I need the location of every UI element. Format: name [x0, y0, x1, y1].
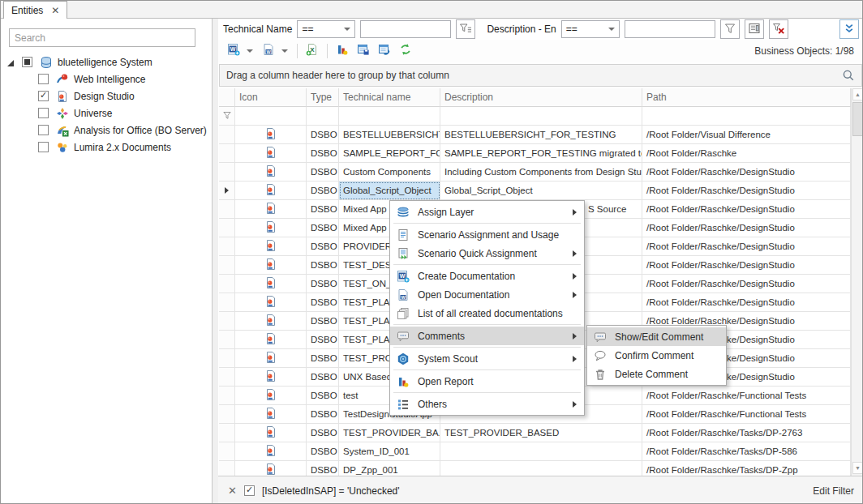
expander-icon[interactable]: [7, 58, 15, 66]
table-row[interactable]: DSBOSystem_ID_001/Root Folder/Raschke/Ta…: [219, 442, 851, 461]
cell-technical-name[interactable]: Global_Script_Object: [339, 182, 440, 200]
vertical-scrollbar[interactable]: ▲ ▼: [851, 88, 863, 476]
cell-icon: [235, 219, 307, 237]
filter-active-checkbox[interactable]: [244, 485, 255, 496]
menu-item-open-report[interactable]: Open Report: [390, 372, 584, 391]
description-filter-input[interactable]: [625, 20, 715, 38]
chevron-down-icon: [247, 49, 253, 53]
menu-item-others[interactable]: Others: [390, 395, 584, 413]
submenu-arrow-icon: [573, 356, 577, 362]
menu-item-delete-comment[interactable]: Delete Comment: [587, 365, 726, 383]
cell-technical-name[interactable]: Custom Components: [339, 163, 440, 182]
tree-item-lumira-2-x-documents[interactable]: Lumira 2.x Documents: [1, 139, 212, 156]
tree-checkbox[interactable]: [38, 142, 49, 152]
clear-filter-button[interactable]: [769, 19, 788, 39]
technical-name-filter-input[interactable]: [360, 20, 451, 38]
filter-cell[interactable]: [307, 107, 339, 126]
table-row[interactable]: DSBOSAMPLE_REPORT_FO...SAMPLE_REPORT_FOR…: [219, 144, 851, 163]
doc-red-icon: [264, 425, 277, 440]
table-row[interactable]: DSBOCustom ComponentsIncluding Custom Co…: [219, 163, 851, 182]
scroll-up-button[interactable]: ▲: [852, 88, 863, 100]
menu-separator: [393, 324, 581, 325]
cell-technical-name[interactable]: BESTELLUEBERSICHT...: [339, 126, 440, 144]
tree-checkbox[interactable]: [38, 125, 49, 135]
column-header-type[interactable]: Type: [307, 88, 339, 107]
technical-name-filter-button[interactable]: [456, 19, 475, 39]
tree-item-universe[interactable]: Universe: [1, 105, 212, 122]
excel-export-button[interactable]: X: [302, 41, 323, 61]
menu-item-system-scout[interactable]: System Scout: [390, 349, 584, 368]
filter-cell[interactable]: [440, 107, 642, 126]
menu-item-comments[interactable]: Comments: [390, 327, 584, 345]
tree-checkbox[interactable]: [38, 74, 49, 84]
menu-item-open-documentation[interactable]: WOpen Documentation: [390, 285, 584, 304]
tree-checkbox[interactable]: [22, 57, 32, 67]
scroll-down-button[interactable]: ▼: [852, 462, 863, 474]
comment-confirm-icon: [593, 349, 608, 362]
menu-item-create-documentation[interactable]: WCreate Documentation: [390, 267, 584, 285]
filter-cell[interactable]: [642, 107, 851, 126]
column-header-path[interactable]: Path: [642, 88, 851, 107]
doc-red-icon: [264, 276, 277, 291]
cell-technical-name[interactable]: System_ID_001: [339, 442, 440, 461]
filter-cell[interactable]: [235, 107, 307, 126]
dropdown-arrow-button[interactable]: [279, 41, 290, 61]
column-header-description[interactable]: Description: [440, 88, 642, 107]
cell-icon: [235, 312, 307, 331]
row-indicator-cell: [219, 182, 235, 200]
grid-export-button[interactable]: [374, 41, 395, 61]
refresh-button[interactable]: [395, 41, 416, 61]
doc-red-icon: [264, 314, 277, 328]
word-new-button[interactable]: W: [223, 41, 244, 61]
menu-item-scenario-assignment-and-usage[interactable]: Scenario Assignment and Usage: [390, 225, 584, 244]
table-row[interactable]: DSBODP_Zpp_001/Root Folder/Raschke/Tasks…: [219, 461, 851, 476]
column-header-icon[interactable]: Icon: [235, 88, 307, 107]
toolbar: WWXBusiness Objects: 1/98: [218, 40, 863, 62]
table-row[interactable]: DSBOTEST_PROVIDER_BA...TEST_PROVIDER_BAS…: [219, 424, 851, 442]
description-operator-select[interactable]: ==: [561, 20, 620, 38]
grid-save-button[interactable]: [353, 41, 374, 61]
cell-technical-name[interactable]: DP_Zpp_001: [339, 461, 440, 476]
svg-text:W: W: [401, 294, 406, 299]
remove-filter-icon[interactable]: ✕: [228, 485, 237, 497]
panel-splitter[interactable]: [213, 19, 218, 504]
scroll-thumb[interactable]: [852, 102, 863, 136]
cell-technical-name[interactable]: SAMPLE_REPORT_FO...: [339, 144, 440, 163]
column-header-technical-name[interactable]: Technical name: [339, 88, 440, 107]
technical-name-operator-select[interactable]: ==: [297, 20, 355, 38]
collapse-filter-button[interactable]: [839, 19, 859, 39]
tab-entities[interactable]: Entities ✕: [3, 1, 67, 19]
cell-icon: [235, 126, 307, 144]
cell-icon: [235, 368, 307, 387]
search-icon[interactable]: [842, 69, 855, 82]
table-row[interactable]: DSBOGlobal_Script_ObjectGlobal_Script_Ob…: [219, 182, 851, 200]
filter-cell[interactable]: [339, 107, 440, 126]
menu-item-confirm-comment[interactable]: Confirm Comment: [587, 346, 726, 365]
edit-filter-link[interactable]: Edit Filter: [813, 485, 854, 497]
hexagon-icon: [396, 352, 410, 365]
menu-item-scenario-quick-assignment[interactable]: Scenario Quick Assignment: [390, 244, 584, 263]
bar-chart-button[interactable]: [332, 41, 353, 61]
word-doc-button[interactable]: W: [258, 41, 279, 61]
tree-item-analysis-for-office-bo-server-[interactable]: Analysis for Office (BO Server): [1, 122, 212, 139]
comment-icon: [396, 330, 410, 343]
filter-panel-button[interactable]: [745, 19, 764, 39]
menu-item-label: Confirm Comment: [615, 350, 693, 361]
search-input[interactable]: [9, 28, 195, 47]
menu-item-show-edit-comment[interactable]: Show/Edit Comment: [587, 327, 726, 346]
description-filter-button[interactable]: [720, 19, 740, 39]
dropdown-arrow-button[interactable]: [244, 41, 255, 61]
cell-icon: [235, 349, 307, 368]
tree-item-design-studio[interactable]: Design Studio: [1, 88, 212, 105]
menu-item-list-of-all-created-documentations[interactable]: List of all created documentations: [390, 304, 584, 322]
tree-item-bluetelligence-system[interactable]: bluetelligence System: [1, 53, 212, 70]
tree-checkbox[interactable]: [38, 108, 49, 118]
menu-item-assign-layer[interactable]: Assign Layer: [390, 203, 584, 221]
cell-type: DSBO: [307, 405, 339, 424]
cell-technical-name[interactable]: TEST_PROVIDER_BA...: [339, 424, 440, 442]
grid-export-icon: [378, 43, 391, 59]
tree-item-web-intelligence[interactable]: Web Intelligence: [1, 70, 212, 88]
close-icon[interactable]: ✕: [51, 5, 59, 16]
table-row[interactable]: DSBOBESTELLUEBERSICHT...BESTELLUEBERSICH…: [219, 126, 851, 144]
tree-checkbox[interactable]: [38, 91, 49, 101]
